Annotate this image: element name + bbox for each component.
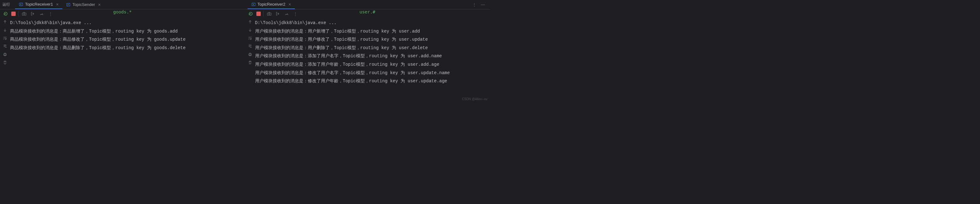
close-icon[interactable]: × <box>56 2 59 7</box>
console-left[interactable]: D:\Tools\jdkk8\bin\java.exe ... 商品模块接收到的… <box>10 18 245 102</box>
gauge-icon[interactable] <box>284 11 290 17</box>
svg-point-9 <box>269 13 270 15</box>
tab-topicreceiver1[interactable]: TopicReceiver1 × <box>15 0 62 9</box>
tab-topicsender[interactable]: TopicSender × <box>62 0 104 9</box>
tab-label: TopicReceiver2 <box>258 2 285 6</box>
trash-icon[interactable] <box>3 60 8 65</box>
minimize-icon[interactable]: — <box>480 2 486 8</box>
print-icon[interactable] <box>248 52 253 57</box>
camera-icon[interactable] <box>21 11 27 17</box>
scroll-icon[interactable] <box>248 44 253 49</box>
gutter-right <box>245 18 255 102</box>
close-icon[interactable]: × <box>98 2 100 7</box>
stop-button[interactable] <box>256 11 261 16</box>
console-right[interactable]: D:\Tools\jdkk8\bin\java.exe ... 用户模块接收到的… <box>255 18 490 102</box>
run-label: 运行 <box>3 2 10 7</box>
right-pane: TopicReceiver2 × ⋮ — ⋮ user.# <box>245 0 490 102</box>
camera-icon[interactable] <box>266 11 272 17</box>
svg-point-3 <box>24 13 25 15</box>
separator <box>263 11 264 16</box>
more-icon[interactable]: ⋮ <box>471 2 477 8</box>
tab-label: TopicReceiver1 <box>25 2 53 6</box>
gutter-left <box>0 18 10 102</box>
wrap-icon[interactable] <box>3 36 8 41</box>
left-pane: 运行 TopicReceiver1 × TopicSender × <box>0 0 245 102</box>
watermark: CSDN @Allen--xu <box>462 97 487 101</box>
scroll-icon[interactable] <box>3 44 8 49</box>
rerun-button[interactable] <box>3 11 9 17</box>
down-icon[interactable] <box>248 27 253 33</box>
up-icon[interactable] <box>3 19 8 24</box>
rerun-button[interactable] <box>248 11 254 17</box>
content-right: D:\Tools\jdkk8\bin\java.exe ... 用户模块接收到的… <box>245 18 490 102</box>
tabbar-left: 运行 TopicReceiver1 × TopicSender × <box>0 0 245 9</box>
stop-button[interactable] <box>11 11 16 16</box>
up-icon[interactable] <box>248 19 253 24</box>
more-icon[interactable]: ⋮ <box>293 11 299 17</box>
svg-rect-11 <box>249 53 251 54</box>
tabbar-actions: ⋮ — <box>471 2 490 8</box>
more-icon[interactable]: ⋮ <box>47 11 54 17</box>
trash-icon[interactable] <box>248 60 253 65</box>
down-icon[interactable] <box>3 27 8 33</box>
annotation-right: user.# <box>360 9 375 14</box>
tab-topicreceiver2[interactable]: TopicReceiver2 × <box>248 0 295 9</box>
svg-rect-2 <box>22 13 26 15</box>
gauge-icon[interactable] <box>38 11 45 17</box>
svg-rect-5 <box>4 53 6 54</box>
exit-icon[interactable] <box>30 11 36 17</box>
close-icon[interactable]: × <box>288 2 291 7</box>
run-config-icon <box>66 3 70 7</box>
run-config-icon <box>251 2 256 6</box>
tabbar-right: TopicReceiver2 × ⋮ — <box>245 0 490 9</box>
annotation-left: goods.* <box>113 9 132 14</box>
print-icon[interactable] <box>3 52 8 57</box>
separator <box>18 11 19 16</box>
exit-icon[interactable] <box>275 11 281 17</box>
svg-rect-8 <box>267 13 271 15</box>
content-left: D:\Tools\jdkk8\bin\java.exe ... 商品模块接收到的… <box>0 18 245 102</box>
wrap-icon[interactable] <box>248 36 253 41</box>
tab-label: TopicSender <box>72 2 95 7</box>
run-config-icon <box>19 2 23 6</box>
